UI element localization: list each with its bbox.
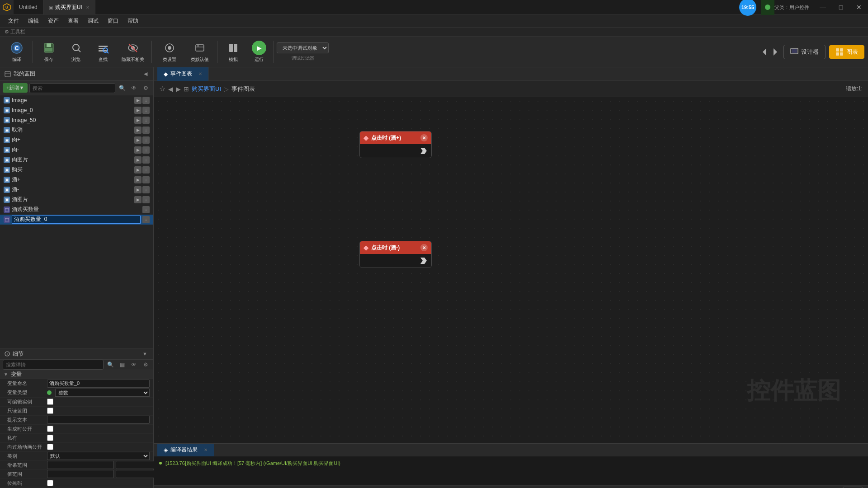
class-settings-button[interactable]: 类设置 [155, 39, 184, 65]
bp-node-wine-plus-close[interactable]: ✕ [420, 134, 428, 141]
tree-item-wine-minus[interactable]: ▣ 酒- ▶ ↓ [0, 185, 153, 195]
tree-item-wine-img-action2[interactable]: ↓ [142, 196, 150, 203]
tree-item-wine-plus-action2[interactable]: ↓ [142, 176, 150, 183]
tree-item-image0[interactable]: ▣ Image_0 ▶ ↓ [0, 105, 153, 115]
grid-icon[interactable]: ⊞ [184, 85, 189, 93]
tree-item-wine-img[interactable]: ▣ 酒图片 ▶ ↓ [0, 195, 153, 205]
eye-icon-btn[interactable]: 👁 [129, 83, 139, 93]
tree-item-cancel-action1[interactable]: ▶ [134, 127, 142, 134]
tree-item-wine-qty-0-action1[interactable]: ↓ [142, 216, 150, 223]
menu-file[interactable]: 文件 [4, 15, 24, 28]
details-grid-btn[interactable]: ▦ [117, 360, 127, 370]
bp-node-wine-minus-close[interactable]: ✕ [420, 244, 428, 251]
details-eye-btn[interactable]: 👁 [129, 360, 139, 370]
details-panel-collapse[interactable]: ▼ [141, 351, 149, 357]
menu-view[interactable]: 查看 [63, 15, 83, 28]
tree-item-image-action1[interactable]: ▶ [134, 97, 142, 104]
settings-icon-btn[interactable]: ⚙ [141, 83, 151, 93]
var-name-input[interactable] [47, 380, 150, 388]
tree-item-cancel[interactable]: ▣ 取消 ▶ ↓ [0, 125, 153, 135]
compile-button[interactable]: C 编译 [4, 39, 30, 65]
tree-item-meat-plus-action1[interactable]: ▶ [134, 136, 142, 144]
readonly-checkbox[interactable] [47, 408, 53, 414]
hide-unrelated-button[interactable]: 隐藏不相关 [117, 39, 149, 65]
tree-item-wine-qty-0[interactable]: ⬚ ↓ [0, 215, 153, 225]
save-button[interactable]: 保存 [36, 39, 62, 65]
var-type-select[interactable]: 整数 [55, 389, 150, 397]
menu-help[interactable]: 帮助 [123, 15, 143, 28]
tree-item-wine-minus-action1[interactable]: ▶ [134, 186, 142, 193]
blueprint-canvas[interactable]: ◆ 点击时 (酒+) ✕ [154, 97, 868, 443]
tree-item-meat-img-action2[interactable]: ↓ [142, 156, 150, 164]
tree-item-meat-minus[interactable]: ▣ 肉- ▶ ↓ [0, 145, 153, 155]
value-min-input[interactable] [47, 470, 114, 478]
details-search-input[interactable] [3, 360, 104, 370]
minimize-button[interactable]: — [814, 0, 832, 15]
menu-debug[interactable]: 调试 [83, 15, 103, 28]
menu-edit[interactable]: 编辑 [24, 15, 43, 28]
find-button[interactable]: 查找 [90, 39, 116, 65]
exec-pin-out[interactable] [420, 147, 428, 155]
tree-item-meat-minus-action2[interactable]: ↓ [142, 146, 150, 154]
details-search-btn[interactable]: 🔍 [105, 360, 115, 370]
bit-mask-checkbox[interactable] [47, 480, 53, 486]
bc-parent[interactable]: 购买界面UI [192, 85, 221, 93]
tree-item-wine-minus-action2[interactable]: ↓ [142, 186, 150, 193]
tree-item-wine-qty-0-edit[interactable] [12, 216, 141, 224]
tree-item-wine-plus[interactable]: ▣ 酒+ ▶ ↓ [0, 175, 153, 185]
tooltip-input[interactable] [47, 416, 150, 424]
search-icon-btn[interactable]: 🔍 [117, 83, 127, 93]
category-select[interactable]: 默认 [47, 452, 150, 460]
editable-checkbox[interactable] [47, 399, 53, 405]
slider-min-input[interactable] [47, 461, 114, 469]
bottom-tab-compiler[interactable]: ◈ 编译器结果 ✕ [157, 444, 214, 456]
tab-untitled[interactable]: Untitled [14, 0, 43, 15]
menu-window[interactable]: 窗口 [103, 15, 123, 28]
bookmark-icon[interactable]: ☆ [159, 84, 165, 93]
forward-arrow-icon[interactable]: ▶ [176, 85, 181, 93]
simulate-button[interactable]: 模拟 [220, 39, 246, 65]
tree-item-meat-plus-action2[interactable]: ↓ [142, 136, 150, 144]
private-checkbox[interactable] [47, 435, 53, 441]
class-defaults-button[interactable]: 类默认值 [185, 39, 214, 65]
play-button[interactable]: ▶ 运行 [247, 39, 271, 65]
bottom-tab-close[interactable]: ✕ [204, 447, 208, 452]
gen-public-checkbox[interactable] [47, 426, 53, 432]
browse-button[interactable]: 浏览 [63, 39, 89, 65]
tree-item-meat-img-action1[interactable]: ▶ [134, 156, 142, 164]
tab-purchase-ui[interactable]: ▣ 购买界面UI ✕ [43, 0, 95, 15]
close-button[interactable]: ✕ [850, 0, 868, 15]
anim-public-checkbox[interactable] [47, 444, 53, 450]
tree-item-buy[interactable]: ▣ 购买 ▶ ↓ [0, 165, 153, 175]
variables-section-header[interactable]: ▼ 变量 [0, 370, 153, 379]
tree-item-image0-action1[interactable]: ▶ [134, 107, 142, 114]
tree-item-meat-img[interactable]: ▣ 肉图片 ▶ ↓ [0, 155, 153, 165]
tree-item-cancel-action2[interactable]: ↓ [142, 127, 150, 134]
exec-pin-out-2[interactable] [420, 257, 428, 265]
tree-item-image-action2[interactable]: ↓ [142, 97, 150, 104]
tree-item-meat-minus-action1[interactable]: ▶ [134, 146, 142, 154]
tree-item-meat-plus[interactable]: ▣ 肉+ ▶ ↓ [0, 135, 153, 145]
tree-item-image[interactable]: ▣ Image ▶ ↓ [0, 95, 153, 105]
tree-item-wine-img-action1[interactable]: ▶ [134, 196, 142, 203]
tree-item-image50-action2[interactable]: ↓ [142, 117, 150, 124]
blueprint-panel-collapse[interactable]: ◀ [142, 70, 149, 77]
tree-item-wine-qty[interactable]: ⬚ 酒购买数量 ↓ [0, 205, 153, 215]
bp-tab-event-graph[interactable]: ◆ 事件图表 ✕ [157, 67, 209, 81]
back-arrow-icon[interactable]: ◀ [168, 85, 173, 93]
tree-item-wine-qty-action1[interactable]: ↓ [142, 206, 150, 213]
blueprint-search-input[interactable] [29, 83, 115, 93]
details-settings-btn[interactable]: ⚙ [141, 360, 151, 370]
tree-item-buy-action2[interactable]: ↓ [142, 166, 150, 174]
restore-button[interactable]: □ [832, 0, 850, 15]
tab-purchase-ui-close[interactable]: ✕ [86, 5, 90, 10]
bp-tab-close[interactable]: ✕ [198, 71, 202, 76]
tree-item-image50-action1[interactable]: ▶ [134, 117, 142, 124]
tree-item-buy-action1[interactable]: ▶ [134, 166, 142, 174]
tree-item-wine-plus-action1[interactable]: ▶ [134, 176, 142, 183]
debug-select[interactable]: 未选中调试对象 [277, 42, 329, 53]
graph-button[interactable]: 图表 [829, 45, 864, 59]
new-item-button[interactable]: +新增▼ [3, 83, 28, 93]
menu-assets[interactable]: 资产 [43, 15, 63, 28]
tree-item-image50[interactable]: ▣ Image_50 ▶ ↓ [0, 115, 153, 125]
